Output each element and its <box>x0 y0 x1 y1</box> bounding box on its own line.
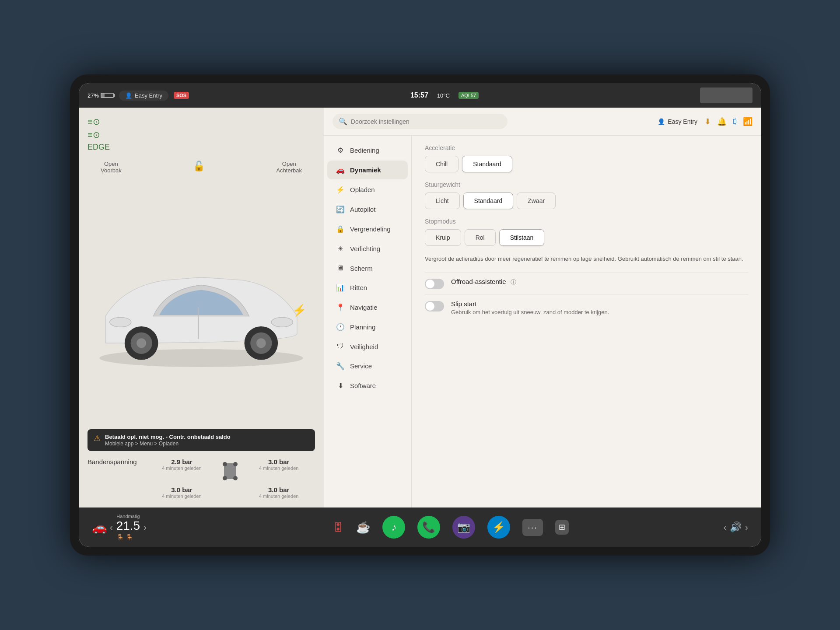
download-icon[interactable]: ⬇ <box>704 117 711 126</box>
autopilot-label: Autopilot <box>350 206 375 213</box>
status-bar-right <box>700 88 752 103</box>
rol-button[interactable]: Rol <box>465 229 496 246</box>
zwaar-button[interactable]: Zwaar <box>517 192 556 209</box>
ritten-icon: 📊 <box>336 284 345 292</box>
volume-decrease-button[interactable]: ‹ <box>724 522 727 532</box>
stilstaan-button[interactable]: Stilstaan <box>499 229 545 246</box>
steering-wheel-icon[interactable]: 🎛 <box>332 521 344 534</box>
scherm-label: Scherm <box>350 265 373 272</box>
svg-point-7 <box>110 317 131 327</box>
stopmodus-desc: Vergroot de actieradius door meer regene… <box>425 255 748 263</box>
stopmodus-title: Stopmodus <box>425 218 748 225</box>
phone-button[interactable]: 📞 <box>417 516 440 539</box>
tire-rl-time: 4 minuten geleden <box>146 494 218 499</box>
sidebar-item-scherm[interactable]: 🖥 Scherm <box>327 259 408 277</box>
open-achterbak-label[interactable]: Open Achterbak <box>276 161 302 174</box>
volume-icon[interactable]: 🔊 <box>730 522 742 533</box>
slipstart-label: Slip start <box>451 300 609 308</box>
sidebar-item-bediening[interactable]: ⚙ Bediening <box>327 141 408 160</box>
kruip-button[interactable]: Kruip <box>425 229 461 246</box>
signal-icon[interactable]: 📶 <box>743 117 752 126</box>
chill-button[interactable]: Chill <box>425 156 458 172</box>
aqi-badge: AQI 57 <box>458 92 479 99</box>
sidebar-item-dynamiek[interactable]: 🚗 Dynamiek <box>327 161 408 179</box>
edge-icon[interactable]: EDGE <box>88 143 110 152</box>
sidebar-item-ritten[interactable]: 📊 Ritten <box>327 278 408 297</box>
settings-header: 🔍 👤 Easy Entry ⬇ 🔔 ₿ 📶 <box>324 108 761 136</box>
camera-button[interactable]: 📷 <box>452 516 475 539</box>
sidebar-item-planning[interactable]: 🕐 Planning <box>327 318 408 336</box>
sidebar-item-navigatie[interactable]: 📍 Navigatie <box>327 298 408 317</box>
battery-indicator: 27% <box>88 92 114 99</box>
bluetooth-taskbar-button[interactable]: ⚡ <box>487 516 510 539</box>
standaard-accel-button[interactable]: Standaard <box>462 156 512 172</box>
warning-icon: ⚠ <box>94 434 101 443</box>
taskbar-right: ‹ 🔊 › <box>678 522 748 533</box>
offroad-toggle[interactable] <box>425 279 444 289</box>
seat-left-icon: 🪑 <box>116 534 124 541</box>
offroad-label: Offroad-assistentie ⓘ <box>451 278 516 286</box>
car-taskbar-icon[interactable]: 🚗 <box>92 520 107 535</box>
grid-button[interactable]: ⊞ <box>555 520 569 535</box>
sidebar-item-autopilot[interactable]: 🔄 Autopilot <box>327 200 408 219</box>
status-bar-center: 15:57 10°C AQI 57 <box>189 91 700 99</box>
phone-icon: 📞 <box>422 521 435 533</box>
standaard-stuur-button[interactable]: Standaard <box>463 192 514 209</box>
more-button[interactable]: ··· <box>522 519 543 536</box>
headlights-icon[interactable]: ≡⊙ <box>88 116 110 127</box>
warning-subtitle: Mobiele app > Menu > Opladen <box>105 441 178 447</box>
tire-pressure-section: Bandenspanning 2.9 bar 4 minuten geleden <box>88 458 315 499</box>
tire-fr-time: 4 minuten geleden <box>242 466 315 471</box>
tire-rr-time: 4 minuten geleden <box>242 494 315 499</box>
lights-icon[interactable]: ≡⊙ <box>88 130 110 140</box>
offroad-row: Offroad-assistentie ⓘ <box>425 272 748 294</box>
coffee-icon[interactable]: ☕ <box>356 521 370 534</box>
status-easy-entry-badge: 👤 Easy Entry <box>119 91 168 101</box>
spotify-button[interactable]: ♪ <box>382 516 405 539</box>
sidebar-item-veiligheid[interactable]: 🛡 Veiligheid <box>327 337 408 356</box>
left-icons: ≡⊙ ≡⊙ EDGE <box>88 116 110 152</box>
right-panel: 🔍 👤 Easy Entry ⬇ 🔔 ₿ 📶 <box>324 108 761 508</box>
tire-pressure-label: Bandenspanning <box>88 458 137 466</box>
slipstart-toggle[interactable] <box>425 301 444 312</box>
sos-badge[interactable]: SOS <box>174 92 189 99</box>
dots-icon: ··· <box>528 522 538 532</box>
bluetooth-taskbar-icon: ⚡ <box>492 521 505 533</box>
warning-title: Betaald opl. niet mog. - Contr. onbetaal… <box>105 434 231 440</box>
temp-increase-button[interactable]: › <box>144 522 147 532</box>
sidebar-item-verlichting[interactable]: ☀ Verlichting <box>327 239 408 258</box>
tire-rr-value: 3.0 bar <box>242 486 315 494</box>
licht-button[interactable]: Licht <box>425 192 460 209</box>
bell-icon[interactable]: 🔔 <box>717 117 727 126</box>
volume-increase-button[interactable]: › <box>745 522 748 532</box>
search-input[interactable] <box>351 118 501 125</box>
bluetooth-header-icon[interactable]: ₿ <box>733 117 737 126</box>
temp-decrease-button[interactable]: ‹ <box>110 522 113 532</box>
settings-body: ⚙ Bediening 🚗 Dynamiek ⚡ Opladen 🔄 <box>324 136 761 508</box>
temp-main: Handmatig 21.5 🪑 🪑 <box>116 514 140 541</box>
sidebar-item-software[interactable]: ⬇ Software <box>327 376 408 395</box>
acceleratie-title: Acceleratie <box>425 144 748 151</box>
tire-rear-left: 3.0 bar 4 minuten geleden <box>146 486 218 499</box>
veiligheid-label: Veiligheid <box>350 343 378 350</box>
sidebar-item-opladen[interactable]: ⚡ Opladen <box>327 180 408 199</box>
search-bar[interactable]: 🔍 <box>332 114 508 129</box>
sidebar-item-vergrendeling[interactable]: 🔒 Vergrendeling <box>327 220 408 238</box>
warning-text: Betaald opl. niet mog. - Contr. onbetaal… <box>105 434 231 447</box>
header-right: 👤 Easy Entry ⬇ 🔔 ₿ 📶 <box>658 117 752 126</box>
offroad-info-icon[interactable]: ⓘ <box>511 279 516 285</box>
status-bar: 27% 👤 Easy Entry SOS 15:57 10°C AQI 57 <box>79 83 761 108</box>
open-voorbak-label[interactable]: Open Voorbak <box>101 161 122 174</box>
veiligheid-icon: 🛡 <box>336 343 345 350</box>
acceleratie-group: Chill Standaard <box>425 156 748 172</box>
svg-point-12 <box>233 462 238 466</box>
header-icons: ⬇ 🔔 ₿ 📶 <box>704 117 752 126</box>
time-display: 15:57 <box>410 91 428 99</box>
status-easy-entry-label: Easy Entry <box>135 92 162 99</box>
lock-icon[interactable]: 🔓 <box>193 161 205 174</box>
sidebar-item-service[interactable]: 🔧 Service <box>327 357 408 375</box>
taskbar: 🚗 ‹ Handmatig 21.5 🪑 🪑 › 🎛 <box>79 508 761 547</box>
grid-icon: ⊞ <box>559 523 565 532</box>
battery-percent: 27% <box>88 92 99 99</box>
tire-fl-time: 4 minuten geleden <box>146 466 218 471</box>
